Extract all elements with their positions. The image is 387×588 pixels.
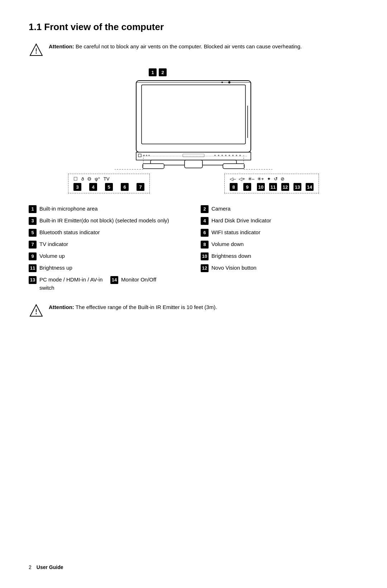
badge-14: 14 [306, 183, 314, 191]
svg-point-18 [225, 155, 226, 156]
item-8: 8 Volume down [201, 240, 358, 249]
page-title: 1.1 Front view of the computer [29, 21, 358, 33]
svg-rect-4 [142, 85, 245, 144]
item-text-12: Novo Vision button [211, 264, 358, 272]
item-text-10: Brightness down [211, 252, 358, 260]
item-badge-11: 11 [29, 264, 37, 272]
attention-box-1: ≋ Attention: Be careful not to block any… [29, 43, 358, 58]
warning-icon-1: ≋ [29, 43, 44, 58]
svg-rect-25 [223, 164, 244, 169]
svg-point-22 [239, 155, 241, 156]
computer-diagram: 1 2 [29, 68, 358, 193]
callout-box-right: ◁– ◁+ ✳– ✳+ ✦ ↺ ⊘ 8 9 10 11 12 13 [224, 174, 319, 193]
badge-6: 6 [121, 183, 129, 191]
item-10: 10 Brightness down [201, 251, 358, 261]
page-footer: 2 User Guide [29, 564, 63, 570]
item-badge-7: 7 [29, 241, 37, 249]
item-badge-8: 8 [201, 241, 209, 249]
svg-rect-26 [185, 160, 202, 168]
attention-box-2: ≋ Attention: The effective range of the … [29, 303, 358, 318]
svg-point-17 [221, 155, 223, 156]
svg-point-11 [143, 155, 145, 156]
item-badge-4: 4 [201, 217, 209, 225]
badge-4: 4 [89, 183, 97, 191]
badge-11: 11 [269, 183, 277, 191]
item-badge-13: 13 [29, 276, 37, 284]
item-11: 11 Brightness up [29, 263, 186, 273]
item-5: 5 Bluetooth status indicator [29, 228, 186, 237]
svg-point-12 [146, 155, 147, 156]
icon-ir: ð [81, 176, 84, 182]
badge-13: 13 [293, 183, 301, 191]
badge-9: 9 [243, 183, 251, 191]
callout-right-numbers: 8 9 10 11 12 13 14 [230, 183, 314, 191]
item-text-14: Monitor On/Off [121, 276, 186, 284]
item-badge-3: 3 [29, 217, 37, 225]
item-13: 13 PC mode / HDMI-in / AV-in switch 14 M… [29, 275, 186, 293]
item-text-6: WIFI status indicator [211, 228, 358, 237]
icon-wifi: ψ° [95, 176, 100, 182]
badge-8: 8 [230, 183, 238, 191]
svg-point-15 [214, 155, 216, 156]
badge-10: 10 [257, 183, 265, 191]
item-4: 4 Hard Disk Drive Indicator [201, 216, 358, 226]
icon-vol-up: ◁+ [239, 176, 245, 182]
icon-novo: ✦ [267, 176, 271, 182]
item-text-9: Volume up [39, 252, 186, 260]
badge-7: 7 [137, 183, 144, 191]
item-9: 9 Volume up [29, 251, 186, 261]
icon-pc-mode: ↺ [274, 176, 278, 182]
attention-text-2: Attention: The effective range of the Bu… [49, 303, 217, 312]
svg-point-6 [228, 81, 230, 83]
item-text-7: TV indicator [39, 240, 186, 249]
icon-bluetooth: Θ [87, 176, 91, 182]
badge-2: 2 [159, 68, 167, 76]
svg-point-2 [36, 53, 37, 54]
item-text-1: Built-in microphone area [39, 205, 186, 213]
svg-point-19 [229, 155, 230, 156]
item-badge-5: 5 [29, 229, 37, 237]
item-text-5: Bluetooth status indicator [39, 228, 186, 237]
callout-left-icons: ☐ ð Θ ψ° TV [73, 176, 144, 182]
svg-point-13 [148, 155, 150, 156]
item-12: 12 Novo Vision button [201, 263, 358, 273]
icon-bright-up: ✳+ [257, 176, 264, 182]
item-badge-2: 2 [201, 205, 209, 213]
item-text-11: Brightness up [39, 264, 186, 272]
item-badge-9: 9 [29, 252, 37, 260]
item-1: 1 Built-in microphone area [29, 204, 186, 214]
item-badge-6: 6 [201, 229, 209, 237]
footer-label: User Guide [37, 564, 63, 570]
items-list: 1 Built-in microphone area 2 Camera 3 Bu… [29, 204, 358, 293]
warning-icon-2: ≋ [29, 303, 44, 318]
svg-point-34 [36, 313, 37, 314]
svg-point-20 [232, 155, 234, 156]
icon-monitor-onoff: ⊘ [281, 176, 285, 182]
callout-box-left: ☐ ð Θ ψ° TV 3 4 5 6 7 [68, 174, 150, 193]
page-number: 2 [29, 564, 32, 570]
item-text-4: Hard Disk Drive Indicator [211, 217, 358, 225]
attention-text-1: Attention: Be careful not to block any a… [49, 43, 302, 51]
badge-3: 3 [73, 183, 81, 191]
item-7: 7 TV indicator [29, 240, 186, 249]
item-text-2: Camera [211, 205, 358, 213]
callout-left-numbers: 3 4 5 6 7 [73, 183, 144, 191]
badge-1: 1 [149, 68, 157, 76]
badge-12: 12 [281, 183, 289, 191]
callout-boxes-row: ☐ ð Θ ψ° TV 3 4 5 6 7 ◁– ◁+ [68, 174, 319, 193]
svg-rect-24 [143, 164, 164, 169]
item-badge-14: 14 [110, 276, 118, 284]
icon-bright-down: ✳– [248, 176, 254, 182]
svg-point-16 [218, 155, 219, 156]
svg-point-7 [221, 82, 223, 83]
icon-vol-down: ◁– [230, 176, 236, 182]
callout-right-icons: ◁– ◁+ ✳– ✳+ ✦ ↺ ⊘ [230, 176, 314, 182]
item-6: 6 WIFI status indicator [201, 228, 358, 237]
item-badge-1: 1 [29, 205, 37, 213]
badge-5: 5 [105, 183, 113, 191]
icon-square: ☐ [73, 176, 78, 182]
item-badge-10: 10 [201, 252, 209, 260]
computer-illustration [115, 77, 272, 177]
item-2: 2 Camera [201, 204, 358, 214]
item-text-3: Built-in IR Emitter(do not block) (selec… [39, 217, 186, 225]
